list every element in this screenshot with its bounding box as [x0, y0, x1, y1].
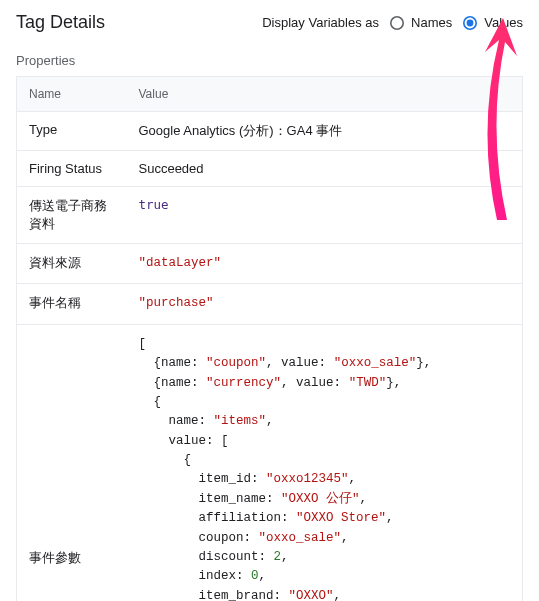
radio-names-label[interactable]: Names	[411, 15, 452, 30]
string-value: "purchase"	[139, 296, 214, 310]
prop-name: 傳送電子商務資料	[17, 187, 127, 244]
prop-name: 資料來源	[17, 244, 127, 284]
col-header-name: Name	[17, 77, 127, 112]
svg-point-2	[467, 19, 474, 26]
table-row: 資料來源 "dataLayer"	[17, 244, 523, 284]
prop-value: "dataLayer"	[127, 244, 523, 284]
table-row: 事件名稱 "purchase"	[17, 284, 523, 324]
header: Tag Details Display Variables as Names V…	[16, 12, 523, 33]
radio-values[interactable]	[462, 15, 478, 31]
string-value: "dataLayer"	[139, 256, 222, 270]
prop-name: Firing Status	[17, 151, 127, 187]
properties-section-label: Properties	[16, 53, 523, 68]
prop-value: Succeeded	[127, 151, 523, 187]
display-variables-label: Display Variables as	[262, 15, 379, 30]
prop-name: 事件名稱	[17, 284, 127, 324]
radio-names[interactable]	[389, 15, 405, 31]
col-header-value: Value	[127, 77, 523, 112]
prop-value: [ {name: "coupon", value: "oxxo_sale"}, …	[127, 324, 523, 601]
prop-value: Google Analytics (分析)：GA4 事件	[127, 112, 523, 151]
table-row: 傳送電子商務資料 true	[17, 187, 523, 244]
table-row: 事件參數 [ {name: "coupon", value: "oxxo_sal…	[17, 324, 523, 601]
prop-value: true	[127, 187, 523, 244]
prop-name: Type	[17, 112, 127, 151]
table-row: Firing Status Succeeded	[17, 151, 523, 187]
svg-point-0	[391, 16, 403, 28]
prop-value: "purchase"	[127, 284, 523, 324]
radio-values-label[interactable]: Values	[484, 15, 523, 30]
prop-name: 事件參數	[17, 324, 127, 601]
radio-unselected-icon	[389, 15, 405, 31]
radio-selected-icon	[462, 15, 478, 31]
page-title: Tag Details	[16, 12, 105, 33]
properties-table: Name Value Type Google Analytics (分析)：GA…	[16, 76, 523, 601]
true-keyword: true	[139, 197, 169, 212]
display-variables-toggle: Display Variables as Names Values	[262, 15, 523, 31]
table-row: Type Google Analytics (分析)：GA4 事件	[17, 112, 523, 151]
event-params-json: [ {name: "coupon", value: "oxxo_sale"}, …	[139, 335, 511, 601]
